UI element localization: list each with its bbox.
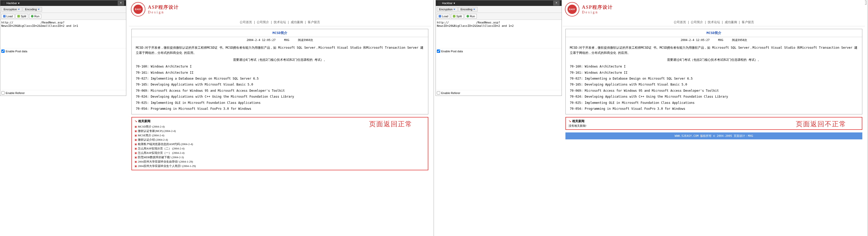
hackbar-logo-icon (438, 2, 441, 5)
split-icon (17, 15, 20, 18)
cert-line: 70-069: Microsoft Access for Windows 95 … (136, 88, 424, 93)
related-item[interactable]: ▣微软认证介绍 (2004-2-4) (134, 138, 425, 142)
article-title: MCSD简介 (566, 29, 862, 37)
site-title-main: ASP程序设计 (148, 4, 179, 10)
related-item[interactable]: ▣怎么用ASP实现分页（二） (2004-2-4) (134, 146, 425, 151)
enable-referer-row: Enable Referer (0, 90, 126, 96)
related-item[interactable]: ▣MCSE简介 (2004-2-4) (134, 133, 425, 138)
bullet-icon: ▣ (134, 160, 137, 163)
bullet-icon: ▣ (134, 134, 137, 137)
nav-link[interactable]: 技术论坛 (274, 20, 286, 24)
load-icon (439, 15, 441, 18)
related-item-text: 怎么用ASP实现分页（一） (2004-2-4) (138, 151, 185, 155)
nav-link[interactable]: 成功案例 (725, 20, 737, 24)
article-intro: MCSD:对于开发者，微软提供微软认证的开发工程师MCSD证 书。MCSD拥有者… (136, 45, 424, 56)
encoding-dropdown[interactable]: Encoding (458, 7, 477, 11)
related-item[interactable]: ▣2004苏州大学应届毕业生个人简历! (2004-1-29) (134, 164, 425, 168)
nav-link[interactable]: 公司首页 (240, 20, 252, 24)
bullet-icon: ▣ (134, 125, 137, 128)
run-icon (31, 15, 33, 18)
bullet-icon: ▣ (134, 130, 137, 132)
hackbar-close-button[interactable]: × (553, 1, 559, 5)
overlay-text-normal: 页面返回正常 (369, 120, 412, 129)
cert-line: 70-160: Windows Architecture I (136, 64, 424, 69)
enable-referer-checkbox[interactable] (1, 91, 5, 95)
enable-referer-label: Enable Referer (6, 92, 25, 95)
hackbar-title-text: Hackbar (442, 2, 453, 5)
related-news-box: ↘ 相关新闻 页面返回正常 ▣MCSD简介 (2004-2-4)▣微软认证专家(… (131, 117, 428, 170)
bullet-icon: ▣ (134, 138, 137, 141)
site-logo: EASY (131, 2, 145, 16)
cert-line: 70-027: Implementing a Database Design o… (136, 76, 424, 81)
enable-referer-checkbox[interactable] (437, 91, 440, 95)
enable-post-checkbox[interactable] (1, 49, 5, 53)
split-icon (453, 15, 455, 18)
nav-link[interactable]: 成功案例 (291, 20, 303, 24)
encoding-label: Encoding (461, 8, 472, 11)
cert-line: 70-024: Developing Applications with C++… (570, 94, 858, 99)
encryption-label: Encryption (4, 8, 17, 11)
split-label: Split (21, 15, 26, 18)
run-button[interactable]: Run (465, 14, 477, 19)
screenshot-left: Hackbar ▾ × Encryption Encoding Load (0, 0, 434, 236)
load-button[interactable]: Load (1, 14, 14, 19)
article-meta: 2004-2-4 12:05:27 MXG 阅读3960次 (132, 37, 428, 43)
article-date: 2004-2-4 12:05:27 (247, 38, 276, 42)
site-footer: WWW.52EASY.COM 版权所有 © 2004-2005 页面设计：MXG (565, 132, 862, 139)
article-frame: MCSD简介 2004-2-4 12:05:27 MXG 阅读3958次 MCS… (565, 29, 862, 114)
related-title-text: 相关新闻 (572, 119, 585, 124)
article-intro: MCSD:对于开发者，微软提供微软认证的开发工程师MCSD证 书。MCSD拥有者… (570, 45, 858, 56)
site-title-sub: Design (148, 10, 179, 14)
hackbar-close-button[interactable]: × (118, 1, 124, 5)
screenshot-right: — X Hackbar ▾ × Encryption Encoding (434, 0, 868, 236)
nav-link[interactable]: 客户留言 (742, 20, 754, 24)
nav-link[interactable]: 公司简介 (691, 20, 703, 24)
nav-link[interactable]: 公司简介 (257, 20, 269, 24)
encryption-dropdown[interactable]: Encryption (437, 7, 458, 11)
split-button[interactable]: Split (451, 14, 463, 19)
related-item[interactable]: ▣防范MDB数据库的被下载! (2004-2-3) (134, 155, 425, 160)
article-date: 2004-2-4 12:05:27 (681, 38, 710, 42)
cert-line: 70-161: Windows Architecture II (136, 70, 424, 75)
browser-content-right: EASY ASP程序设计 Design 公司首页 | 公司简介 | 技术论坛 |… (563, 0, 865, 236)
nav-link[interactable]: 技术论坛 (708, 20, 720, 24)
enable-post-row: Enable Post data (436, 48, 562, 54)
run-icon (466, 15, 469, 18)
related-news-box: ↘ 相关新闻 页面返回不正常 没有相关新闻! (565, 117, 862, 130)
hackbar-title-text: Hackbar (6, 2, 17, 5)
enable-post-label: Enable Post data (441, 50, 463, 53)
split-button[interactable]: Split (16, 14, 28, 19)
enable-post-checkbox[interactable] (437, 49, 440, 53)
cert-line: 70-025: Implementing OLE in Microsoft Fo… (570, 100, 858, 105)
encryption-dropdown[interactable]: Encryption (1, 7, 22, 11)
site-title-sub: Design (582, 10, 613, 14)
related-item-text: MCSD简介 (2004-2-4) (138, 125, 165, 129)
overlay-text-abnormal: 页面返回不正常 (796, 120, 846, 129)
related-item[interactable]: ▣检测客户端浏览器信息的ASP代码 (2004-2-4) (134, 142, 425, 146)
hackbar-title-dropdown-icon[interactable]: ▾ (454, 2, 455, 5)
related-item[interactable]: ▣怎么用ASP实现分页（一） (2004-2-4) (134, 151, 425, 155)
enable-referer-label: Enable Referer (441, 92, 460, 95)
encoding-dropdown[interactable]: Encoding (23, 7, 42, 11)
article-title: MCSD简介 (132, 29, 428, 37)
run-button[interactable]: Run (29, 14, 41, 19)
load-button[interactable]: Load (437, 14, 450, 19)
cert-list: 70-160: Windows Architecture I70-161: Wi… (570, 64, 858, 111)
load-label: Load (442, 15, 448, 18)
site-logo-text: EASY (567, 5, 577, 14)
related-item[interactable]: ▣2004苏州大学应届毕业生自荐信! (2004-1-29) (134, 160, 425, 164)
nav-link[interactable]: 客户留言 (308, 20, 320, 24)
nav-link[interactable]: 公司首页 (674, 20, 686, 24)
hackbar-title-dropdown-icon[interactable]: ▾ (18, 2, 20, 5)
article-frame: MCSD简介 2004-2-4 12:05:27 MXG 阅读3960次 MCS… (131, 29, 428, 114)
load-icon (3, 15, 6, 18)
cert-line: 70-165: Developing Applications with Mic… (570, 82, 858, 87)
related-item[interactable]: ▣微软认证专家(MCP) (2004-2-4) (134, 129, 425, 133)
related-item-text: 怎么用ASP实现分页（二） (2004-2-4) (138, 146, 185, 150)
url-input[interactable] (0, 20, 126, 48)
cert-line: 70-027: Implementing a Database Design o… (570, 76, 858, 81)
related-item-text: MCSE简介 (2004-2-4) (138, 133, 164, 137)
url-input[interactable] (436, 20, 562, 48)
arrow-icon: ↘ (568, 119, 571, 123)
article-author: MXG (718, 38, 723, 42)
